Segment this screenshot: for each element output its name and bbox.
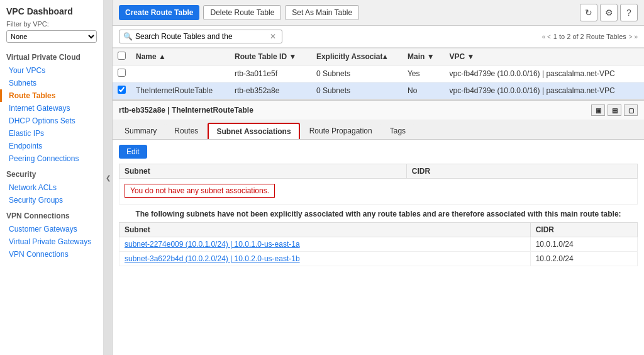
table-body: rtb-3a011e5f 0 Subnets Yes vpc-fb4d739e … [113, 65, 644, 99]
implicit-subnet-table: Subnet CIDR subnet-2274e009 (10.0.1.0/24… [119, 222, 638, 266]
detail-header: rtb-eb352a8e | TheInternetRouteTable ▣ ▤… [113, 101, 644, 120]
row-explicitly-associated: 0 Subnets [311, 65, 402, 82]
impl-col-subnet: Subnet [119, 223, 531, 237]
tab-content: Edit Subnet CIDR You do not have any sub… [113, 140, 644, 355]
vpc-filter-select[interactable]: None [6, 30, 97, 43]
detail-icon-expand[interactable]: ▣ [591, 104, 605, 116]
table-row[interactable]: TheInternetRouteTable rtb-eb352a8e 0 Sub… [113, 82, 644, 99]
sidebar-item-network-acls[interactable]: Network ACLs [0, 181, 103, 194]
row-route-table-id: rtb-eb352a8e [230, 82, 311, 99]
sidebar-item-route-tables[interactable]: Route Tables [0, 89, 103, 102]
sidebar-item-your-vpcs[interactable]: Your VPCs [0, 64, 103, 77]
detail-panel: rtb-eb352a8e | TheInternetRouteTable ▣ ▤… [113, 99, 644, 355]
detail-icon-split[interactable]: ▤ [608, 104, 621, 116]
sidebar-item-peering[interactable]: Peering Connections [0, 152, 103, 165]
impl-cidr: 10.0.2.0/24 [530, 252, 637, 266]
no-assoc-message: You do not have any subnet associations. [125, 184, 275, 198]
row-route-table-id: rtb-3a011e5f [230, 65, 311, 82]
detail-title: rtb-eb352a8e | TheInternetRouteTable [119, 106, 253, 115]
impl-subnet-link[interactable]: subnet-3a622b4d (10.0.2.0/24) | 10.0.2.0… [119, 252, 531, 266]
row-vpc: vpc-fb4d739e (10.0.0.0/16) | pascalalma.… [445, 65, 644, 82]
row-name [131, 65, 230, 82]
impl-subnet-link[interactable]: subnet-2274e009 (10.0.1.0/24) | 10.0.1.0… [119, 237, 531, 252]
section-vpn: VPN Connections [0, 206, 103, 223]
row-main: Yes [402, 65, 445, 82]
implicit-subnet-row: subnet-2274e009 (10.0.1.0/24) | 10.0.1.0… [119, 237, 638, 252]
col-route-table-id[interactable]: Route Table ID ▼ [230, 48, 311, 65]
search-input-wrap: 🔍 ✕ [119, 30, 282, 43]
tab-subnet-associations[interactable]: Subnet Associations [208, 123, 299, 139]
tab-summary[interactable]: Summary [116, 123, 165, 139]
sidebar-title: VPC Dashboard [0, 6, 103, 19]
settings-button[interactable]: ⚙ [600, 4, 618, 21]
sidebar-item-endpoints[interactable]: Endpoints [0, 140, 103, 152]
no-assoc-row: You do not have any subnet associations. [119, 179, 638, 205]
row-checkbox[interactable] [118, 69, 126, 77]
route-tables-list: Name ▲ Route Table ID ▼ Explicitly Assoc… [113, 48, 644, 99]
col-main[interactable]: Main ▼ [402, 48, 445, 65]
row-name: TheInternetRouteTable [131, 82, 230, 99]
edit-button[interactable]: Edit [119, 145, 147, 159]
sidebar-item-vpn-connections[interactable]: VPN Connections [0, 248, 103, 261]
sidebar-collapse-handle[interactable]: ❮ [104, 0, 113, 355]
set-main-table-button[interactable]: Set As Main Table [285, 5, 359, 20]
tab-routes[interactable]: Routes [166, 123, 206, 139]
sidebar-item-elastic-ips[interactable]: Elastic IPs [0, 127, 103, 140]
sidebar: VPC Dashboard Filter by VPC: None Virtua… [0, 0, 104, 355]
subnet-col-subnet: Subnet [119, 164, 407, 179]
sidebar-item-internet-gateways[interactable]: Internet Gateways [0, 102, 103, 115]
route-table-table: Name ▲ Route Table ID ▼ Explicitly Assoc… [113, 48, 644, 99]
col-explicitly-associated[interactable]: Explicitly Associat▴ [311, 48, 402, 65]
subnet-assoc-table: Subnet CIDR You do not have any subnet a… [119, 164, 638, 205]
section-vpc: Virtual Private Cloud [0, 48, 103, 64]
toolbar: Create Route Table Delete Route Table Se… [113, 0, 644, 26]
col-vpc[interactable]: VPC ▼ [445, 48, 644, 65]
implicit-subnet-row: subnet-3a622b4d (10.0.2.0/24) | 10.0.2.0… [119, 252, 638, 266]
row-vpc: vpc-fb4d739e (10.0.0.0/16) | pascalalma.… [445, 82, 644, 99]
main-content: Create Route Table Delete Route Table Se… [113, 0, 644, 355]
implicit-note: The following subnets have not been expl… [119, 210, 638, 218]
search-input[interactable] [135, 32, 267, 41]
next-page-icon[interactable]: > » [629, 33, 638, 40]
sidebar-item-subnets[interactable]: Subnets [0, 77, 103, 89]
create-route-table-button[interactable]: Create Route Table [119, 5, 199, 20]
row-checkbox[interactable] [118, 86, 126, 94]
impl-cidr: 10.0.1.0/24 [530, 237, 637, 252]
search-bar: 🔍 ✕ « < 1 to 2 of 2 Route Tables > » [113, 26, 644, 48]
col-name[interactable]: Name ▲ [131, 48, 230, 65]
pagination-text: 1 to 2 of 2 Route Tables [553, 33, 626, 40]
search-icon: 🔍 [123, 32, 133, 41]
section-security: Security [0, 165, 103, 181]
help-button[interactable]: ? [620, 4, 638, 21]
implicit-rows: subnet-2274e009 (10.0.1.0/24) | 10.0.1.0… [119, 237, 638, 266]
prev-page-icon[interactable]: « < [542, 33, 551, 40]
delete-route-table-button[interactable]: Delete Route Table [203, 5, 281, 20]
sidebar-item-virtual-private-gateways[interactable]: Virtual Private Gateways [0, 235, 103, 248]
tabs-bar: Summary Routes Subnet Associations Route… [113, 120, 644, 140]
filter-label: Filter by VPC: [0, 19, 103, 29]
table-row[interactable]: rtb-3a011e5f 0 Subnets Yes vpc-fb4d739e … [113, 65, 644, 82]
pagination-info: « < 1 to 2 of 2 Route Tables > » [542, 33, 638, 40]
row-explicitly-associated: 0 Subnets [311, 82, 402, 99]
select-all-checkbox[interactable] [118, 52, 126, 60]
search-clear-icon[interactable]: ✕ [270, 32, 276, 41]
impl-col-cidr: CIDR [530, 223, 637, 237]
tab-route-propagation[interactable]: Route Propagation [301, 123, 380, 139]
detail-icon-close[interactable]: ▢ [624, 104, 638, 116]
refresh-button[interactable]: ↻ [580, 4, 597, 21]
tab-tags[interactable]: Tags [382, 123, 414, 139]
sidebar-item-customer-gateways[interactable]: Customer Gateways [0, 223, 103, 235]
subnet-col-cidr: CIDR [406, 164, 637, 179]
row-main: No [402, 82, 445, 99]
sidebar-item-security-groups[interactable]: Security Groups [0, 194, 103, 206]
sidebar-item-dhcp-options[interactable]: DHCP Options Sets [0, 115, 103, 127]
